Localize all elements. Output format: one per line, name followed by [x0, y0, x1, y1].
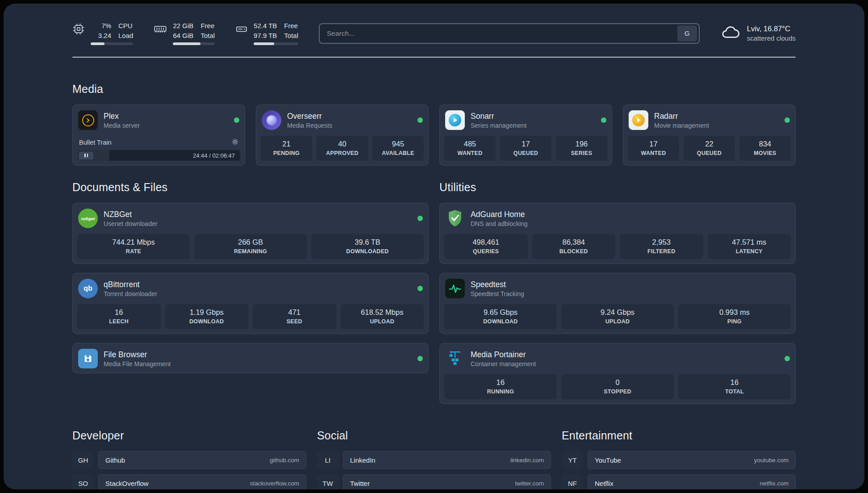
- portainer-icon: [445, 349, 465, 368]
- nzbget-card[interactable]: nzbget NZBGet Usenet downloader 744.21 M…: [72, 203, 429, 264]
- bookmark-abbr[interactable]: GH: [72, 451, 94, 469]
- stat-label: DOWNLOAD: [167, 318, 247, 325]
- bookmark-row-linkedin: LI LinkedIn linkedin.com: [317, 451, 551, 469]
- status-dot: [417, 216, 423, 221]
- stat-label: SEED: [255, 318, 334, 325]
- stat-label: WANTED: [446, 150, 494, 156]
- stat-label: UPLOAD: [563, 318, 672, 325]
- stat-value: 16: [446, 378, 555, 387]
- card-title: Overseerr: [287, 112, 332, 121]
- stat-value: 0.993 ms: [680, 308, 789, 317]
- stat-value: 0: [563, 378, 672, 387]
- plex-card[interactable]: Plex Media server Bullet Train: [72, 104, 245, 166]
- adguard-card[interactable]: AdGuard Home DNS and adblocking 498,461 …: [439, 203, 796, 264]
- stat-remaining: 266 GB REMAINING: [194, 234, 307, 259]
- stat-label: WANTED: [630, 150, 677, 156]
- bookmark-link[interactable]: StackOverflow stackoverflow.com: [98, 474, 306, 489]
- speedtest-card[interactable]: Speedtest Speedtest Tracking 9.65 Gbps D…: [439, 273, 796, 334]
- stat-upload: 618.52 Mbps UPLOAD: [341, 304, 424, 329]
- section-title-utilities: Utilities: [439, 181, 796, 194]
- stat-approved: 40 APPROVED: [317, 136, 368, 161]
- entertainment-bookmarks: Entertainment YT YouTube youtube.com NF …: [562, 429, 796, 489]
- bookmark-abbr[interactable]: NF: [562, 474, 583, 489]
- sonarr-card[interactable]: Sonarr Series management 485 WANTED 17 Q…: [439, 104, 612, 166]
- status-dot: [417, 117, 423, 123]
- cpu-percent: 7%: [91, 21, 111, 30]
- cpu-bar-fill: [91, 42, 104, 45]
- card-title: File Browser: [104, 350, 171, 359]
- card-title: Sonarr: [471, 112, 526, 121]
- stat-pending: 21 PENDING: [261, 136, 312, 161]
- portainer-card[interactable]: Media Portainer Container management 16 …: [439, 343, 796, 404]
- bookmark-url: stackoverflow.com: [250, 480, 299, 487]
- disk-total: 97.9 TB: [254, 31, 277, 40]
- weather-widget: Lviv, 16.87°C scattered clouds: [721, 25, 796, 42]
- cpu-label: CPU: [118, 21, 133, 30]
- bookmark-url: linkedin.com: [510, 457, 544, 464]
- stat-download: 1.19 Gbps DOWNLOAD: [165, 304, 249, 329]
- bookmark-link[interactable]: Netflix netflix.com: [588, 474, 796, 489]
- bookmark-link[interactable]: YouTube youtube.com: [588, 451, 796, 469]
- stat-value: 9.24 Gbps: [563, 308, 672, 317]
- overseerr-card[interactable]: Overseerr Media Requests 21 PENDING 40 A…: [256, 104, 429, 166]
- status-dot: [417, 286, 423, 291]
- bookmark-abbr[interactable]: YT: [562, 451, 583, 469]
- gear-icon[interactable]: [232, 138, 238, 146]
- memory-usage-widget: 22 GiB Free 64 GiB Total: [154, 21, 215, 45]
- card-title: Plex: [104, 112, 140, 121]
- stat-value: 47.571 ms: [709, 238, 789, 246]
- bookmark-link[interactable]: LinkedIn linkedin.com: [343, 451, 551, 469]
- card-desc: DNS and adblocking: [471, 220, 528, 227]
- status-dot: [601, 117, 606, 123]
- bookmark-name: LinkedIn: [350, 456, 376, 464]
- plex-now-playing: Bullet Train 24:44 / 02:06:4: [77, 134, 240, 161]
- bookmark-name: StackOverflow: [105, 480, 149, 487]
- radarr-card[interactable]: Radarr Movie management 17 WANTED 22 QUE…: [623, 104, 796, 166]
- stat-label: QUEUED: [685, 150, 733, 156]
- card-desc: Media server: [104, 122, 140, 129]
- stat-value: 744.21 Mbps: [79, 238, 188, 246]
- bookmark-row-twitter: TW Twitter twitter.com: [317, 474, 551, 489]
- weather-condition: scattered clouds: [747, 34, 796, 42]
- stat-value: 21: [263, 140, 310, 148]
- stat-label: PENDING: [263, 150, 310, 156]
- stat-label: FILTERED: [622, 248, 701, 255]
- media-section: Media Plex Media server Bullet Tra: [72, 83, 796, 166]
- card-desc: Speedtest Tracking: [471, 290, 524, 297]
- pause-button[interactable]: [79, 152, 93, 159]
- bookmark-abbr[interactable]: SO: [72, 474, 94, 489]
- card-header: nzbget NZBGet Usenet downloader: [77, 208, 424, 228]
- bookmark-abbr[interactable]: TW: [317, 474, 338, 489]
- stat-value: 16: [79, 308, 159, 317]
- card-title: NZBGet: [104, 210, 158, 219]
- bookmark-abbr[interactable]: LI: [317, 451, 338, 469]
- cpu-usage-widget: 7% CPU 3.24 Load: [72, 21, 133, 45]
- overseerr-icon: [262, 110, 281, 130]
- stat-leech: 16 LEECH: [77, 304, 161, 329]
- bookmark-url: youtube.com: [754, 457, 789, 464]
- stat-value: 39.6 TB: [313, 238, 422, 246]
- stat-rate: 744.21 Mbps RATE: [77, 234, 190, 259]
- search-engine-button[interactable]: G: [677, 25, 697, 42]
- memory-free: 22 GiB: [173, 21, 193, 30]
- stat-value: 498,461: [446, 238, 526, 246]
- qbittorrent-card[interactable]: qb qBittorrent Torrent downloader 16 LEE…: [72, 273, 429, 334]
- status-dot: [417, 356, 423, 361]
- cpu-bar: [91, 42, 133, 45]
- card-title: Speedtest: [471, 280, 524, 289]
- nzbget-logo-text: nzbget: [81, 216, 95, 221]
- status-dot: [785, 356, 790, 361]
- card-desc: Container management: [471, 360, 536, 368]
- playback-progress-bar[interactable]: 24:44 / 02:06:47: [77, 150, 240, 161]
- bookmark-link[interactable]: Twitter twitter.com: [343, 474, 551, 489]
- filebrowser-card[interactable]: File Browser Media File Management: [72, 343, 429, 373]
- disk-icon: [235, 23, 248, 37]
- bookmark-link[interactable]: Github github.com: [98, 451, 306, 469]
- disk-usage-widget: 52.4 TB Free 97.9 TB Total: [235, 21, 298, 45]
- search-input[interactable]: [320, 29, 677, 38]
- social-bookmarks: Social LI LinkedIn linkedin.com TW Twitt…: [317, 429, 551, 489]
- stat-value: 471: [255, 308, 334, 317]
- stat-ping: 0.993 ms PING: [678, 304, 791, 329]
- stat-label: LATENCY: [709, 248, 789, 255]
- stat-value: 2,953: [622, 238, 701, 246]
